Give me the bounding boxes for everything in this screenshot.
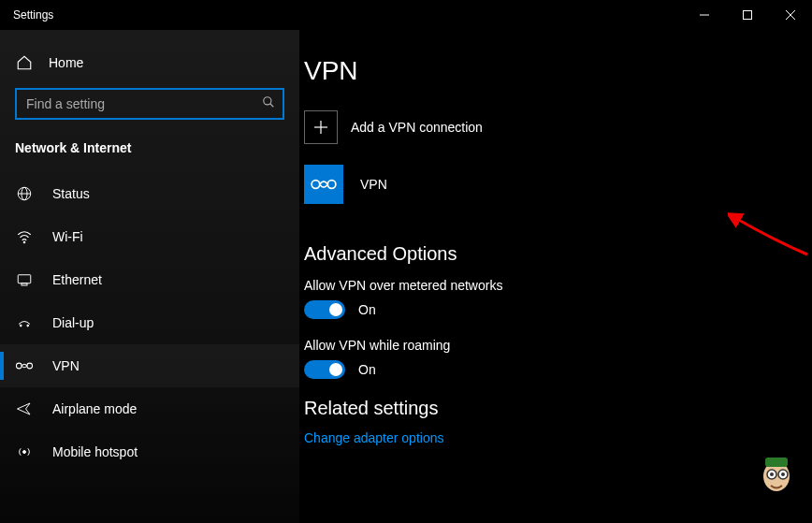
svg-point-14 (16, 363, 22, 369)
close-button[interactable] (769, 0, 812, 30)
svg-rect-11 (22, 283, 27, 285)
nav-label: Status (52, 186, 90, 201)
option-metered: Allow VPN over metered networks On (299, 278, 793, 319)
svg-line-5 (270, 104, 274, 108)
window-controls (683, 0, 812, 30)
nav-label: Mobile hotspot (52, 444, 138, 459)
airplane-icon (15, 400, 34, 417)
vpn-icon (15, 357, 34, 374)
sidebar-item-vpn[interactable]: VPN (0, 344, 299, 387)
wifi-icon (15, 228, 34, 245)
minimize-button[interactable] (683, 0, 726, 30)
hotspot-icon (15, 443, 34, 460)
svg-point-25 (770, 472, 774, 476)
toggle-metered[interactable] (304, 300, 345, 319)
search-icon (262, 95, 275, 112)
nav-label: Ethernet (52, 272, 102, 287)
svg-point-20 (327, 181, 336, 189)
home-label: Home (49, 55, 83, 70)
svg-point-16 (23, 451, 26, 454)
nav-label: Airplane mode (52, 401, 137, 416)
sidebar-item-ethernet[interactable]: Ethernet (0, 258, 299, 301)
maximize-button[interactable] (726, 0, 769, 30)
vpn-entry-label: VPN (360, 177, 387, 192)
search-box[interactable] (15, 88, 284, 120)
advanced-options-header: Advanced Options (299, 243, 793, 265)
titlebar: Settings (0, 0, 812, 30)
nav-list: Status Wi-Fi Ethernet Dial-up VPN (0, 172, 299, 473)
home-nav[interactable]: Home (0, 45, 299, 88)
dialup-icon (15, 314, 34, 331)
nav-label: Wi-Fi (52, 229, 83, 244)
svg-point-19 (312, 181, 320, 189)
svg-point-26 (781, 472, 785, 476)
nav-label: VPN (52, 358, 80, 373)
page-title: VPN (299, 56, 793, 86)
svg-rect-1 (744, 11, 752, 20)
sidebar-item-status[interactable]: Status (0, 172, 299, 215)
svg-point-13 (27, 325, 29, 327)
main-panel: VPN Add a VPN connection VPN Advanced Op… (299, 30, 812, 523)
window-title: Settings (13, 8, 683, 22)
toggle-metered-state: On (358, 302, 376, 317)
related-settings-header: Related settings (299, 398, 793, 419)
nav-label: Dial-up (52, 315, 94, 330)
add-vpn-row[interactable]: Add a VPN connection (299, 110, 793, 144)
svg-point-15 (27, 363, 33, 369)
option-roaming: Allow VPN while roaming On (299, 338, 793, 379)
svg-point-9 (23, 241, 25, 243)
sidebar-item-airplane[interactable]: Airplane mode (0, 387, 299, 430)
plus-icon (304, 110, 338, 144)
sidebar-category: Network & Internet (0, 140, 299, 172)
vpn-connection-item[interactable]: VPN (299, 165, 793, 204)
sidebar-item-hotspot[interactable]: Mobile hotspot (0, 430, 299, 473)
change-adapter-link[interactable]: Change adapter options (299, 430, 793, 445)
add-vpn-label: Add a VPN connection (351, 120, 483, 135)
search-input[interactable] (26, 96, 262, 111)
option-roaming-label: Allow VPN while roaming (304, 338, 793, 353)
mascot-icon (758, 452, 795, 493)
vpn-tile-icon (304, 165, 343, 204)
option-metered-label: Allow VPN over metered networks (304, 278, 793, 293)
svg-rect-10 (18, 275, 31, 283)
toggle-roaming-state: On (358, 362, 376, 377)
sidebar: Home Network & Internet Status (0, 30, 299, 523)
svg-rect-22 (765, 458, 788, 467)
sidebar-item-dialup[interactable]: Dial-up (0, 301, 299, 344)
sidebar-item-wifi[interactable]: Wi-Fi (0, 215, 299, 258)
home-icon (15, 54, 34, 71)
ethernet-icon (15, 271, 34, 288)
globe-icon (15, 185, 34, 202)
toggle-roaming[interactable] (304, 360, 345, 379)
svg-point-4 (264, 97, 271, 105)
svg-point-12 (20, 325, 22, 327)
